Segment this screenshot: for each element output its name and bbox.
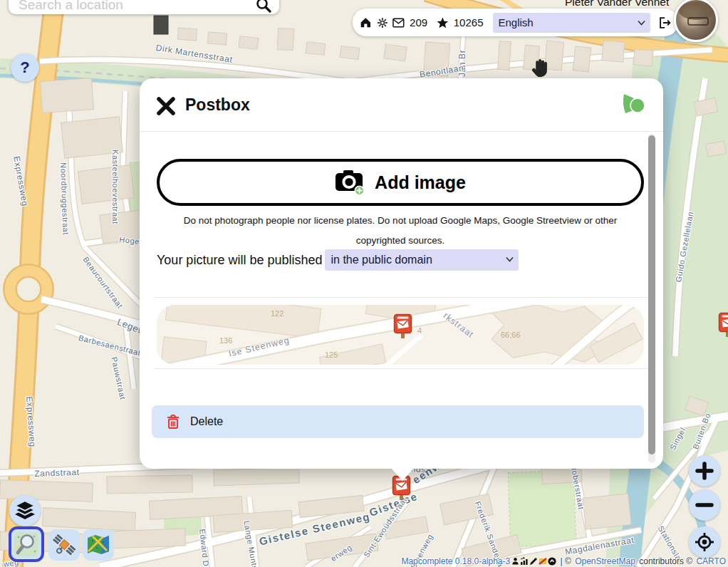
search-bar[interactable] [9,0,279,14]
divider [140,131,663,132]
minimap-label: 136 [219,336,232,345]
zoom-out-button[interactable] [689,489,720,521]
messages-icon[interactable] [392,17,405,28]
hand-cursor-icon [530,57,550,78]
crosshair-icon [695,532,714,552]
statistics-icon[interactable] [520,557,529,566]
map-icon [85,532,111,558]
layers-icon [14,501,36,521]
avatar[interactable] [674,0,718,42]
camera-plus-icon [335,169,365,196]
minimap-label: 4 [417,326,422,335]
layers-button[interactable] [9,495,41,526]
license-row: Your picture will be published in the pu… [157,249,519,271]
location-mini-map[interactable]: 122136125466;66lse Steenwegrkstraat [157,305,644,365]
search-input[interactable] [9,0,279,14]
avatar-glasses [687,17,709,26]
license-select[interactable]: in the public domain [325,249,519,271]
help-label: ? [20,58,29,77]
home-icon[interactable] [360,16,372,29]
postbox-marker-edge[interactable] [718,312,728,338]
mapcomplete-logo-icon [619,91,646,118]
license-prefix: Your picture will be published [157,253,322,268]
minus-icon [695,496,714,514]
osm-logo-icon [14,531,39,557]
minimap-label: 122 [271,309,284,318]
popup-tail [390,467,415,481]
trash-icon [166,414,180,430]
attribution-contributors: contributors © [637,556,695,566]
edit-icon[interactable] [529,557,538,566]
background-style-osm-button[interactable] [9,526,44,562]
scrollbar-thumb[interactable] [648,135,655,454]
help-button[interactable]: ? [11,53,39,82]
add-image-label: Add image [375,172,466,193]
logout-icon[interactable] [658,16,671,30]
divider [154,297,649,298]
messages-count[interactable]: 209 [410,16,427,28]
attribution-sep: | © [558,556,573,566]
minimap-label: 125 [325,350,338,359]
attribution-icons [511,557,556,566]
street-label: Kasteelhoevestraat [111,150,120,224]
geolocate-button[interactable] [689,526,720,558]
chevron-down-icon [638,20,645,26]
background-style-satellite-button[interactable] [48,529,80,561]
language-value: English [499,16,534,28]
plus-icon [695,462,714,480]
user-toolbar: 209 10265 English [353,9,678,36]
license-icon[interactable] [539,557,547,566]
street-label: Zandstraat [34,467,80,479]
contributors-icon[interactable] [511,557,519,566]
imagery-icon[interactable] [548,557,556,566]
gear-icon[interactable] [377,16,388,29]
satellite-icon [51,531,78,558]
chevron-down-icon [506,256,514,262]
map-attribution: Mapcomplete 0.18.0-alpha-3 | © OpenStree… [401,556,726,566]
search-icon[interactable] [255,0,272,14]
zoom-in-button[interactable] [689,455,720,487]
postbox-popup: Postbox Add image Do not photograph peop… [140,78,663,469]
divider [154,368,649,369]
postbox-mini-marker [393,313,412,339]
delete-button[interactable]: Delete [152,405,644,438]
changesets-count[interactable]: 10265 [454,16,484,28]
license-value: in the public domain [331,254,432,266]
close-icon[interactable] [155,95,177,117]
carto-link[interactable]: CARTO [696,556,726,566]
mapcomplete-version-link[interactable]: Mapcomplete 0.18.0-alpha-3 [401,556,510,566]
add-image-button[interactable]: Add image [157,159,644,206]
language-select[interactable]: English [493,13,650,33]
minimap-label: 66;66 [501,331,521,339]
openstreetmap-link[interactable]: OpenStreetMap [575,556,635,566]
image-disclaimer: Do not photograph people nor license pla… [167,211,634,251]
popup-title: Postbox [185,95,250,115]
user-name[interactable]: Pieter Vander Vennet [565,0,669,9]
star-icon[interactable] [437,16,449,29]
background-style-map-button[interactable] [83,529,114,561]
delete-label: Delete [190,415,223,428]
